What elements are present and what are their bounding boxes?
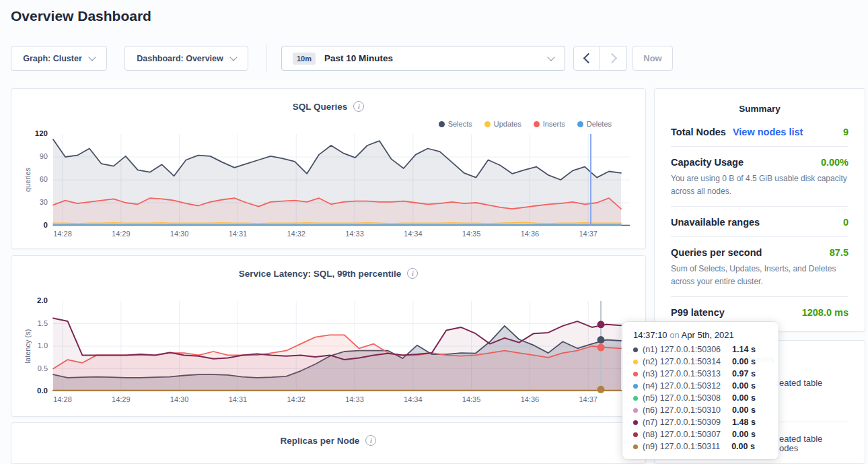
dashboard-dropdown[interactable]: Dashboard: Overview <box>124 46 248 71</box>
tooltip-node-value: 0.00 s <box>732 356 756 368</box>
service-latency-plot[interactable] <box>53 301 630 391</box>
tooltip-node-address: (n3) 127.0.0.1:50313 <box>643 368 721 380</box>
summary-row-header: Capacity Usage0.00% <box>671 157 848 168</box>
summary-label: Unavailable ranges <box>671 217 760 228</box>
x-tick-label: 14:36 <box>515 230 544 238</box>
tooltip-node-address: (n2) 127.0.0.1:50314 <box>643 356 721 368</box>
chevron-down-icon <box>547 53 554 61</box>
tooltip-node-value: 0.00 s <box>732 428 756 440</box>
x-tick-label: 14:32 <box>281 230 311 238</box>
chevron-down-icon <box>88 53 96 61</box>
series-dot-icon <box>633 408 638 413</box>
nodes-list-link[interactable]: View nodes list <box>733 127 803 137</box>
y-tick-label: 90 <box>20 152 48 160</box>
legend-item-deletes[interactable]: Deletes <box>577 120 612 128</box>
info-icon[interactable]: i <box>365 435 376 446</box>
tooltip-node-value: 1.48 s <box>732 416 756 428</box>
tooltip-node-value: 0.97 s <box>732 368 756 380</box>
legend-label: Deletes <box>587 120 612 128</box>
summary-description: Sum of Selects, Updates, Inserts, and De… <box>671 263 848 288</box>
chart-hover-tooltip: 14:37:10 on Apr 5th, 2021 (n1) 127.0.0.1… <box>622 322 779 459</box>
series-dot-icon <box>633 444 638 449</box>
time-window-badge: 10m <box>293 53 316 65</box>
y-tick-label: 1.5 <box>20 319 48 327</box>
tooltip-node-value: 0.00 s <box>732 404 756 416</box>
time-window-selector[interactable]: 10m Past 10 Minutes <box>281 46 565 71</box>
now-button[interactable]: Now <box>632 46 673 71</box>
tooltip-node-address: (n5) 127.0.0.1:50308 <box>643 392 721 404</box>
x-tick-label: 14:35 <box>457 395 486 403</box>
summary-title: Summary <box>655 89 865 114</box>
summary-value: 1208.0 ms <box>802 307 848 318</box>
tooltip-node-address: (n7) 127.0.0.1:50309 <box>643 416 721 428</box>
chart-title-service-latency: Service Latency: SQL, 99th percentile <box>239 269 402 279</box>
tooltip-node-address: (n1) 127.0.0.1:50306 <box>643 343 721 356</box>
legend-dot-icon <box>534 121 540 127</box>
legend-item-selects[interactable]: Selects <box>439 120 472 128</box>
summary-panel: Summary Total NodesView nodes list9Capac… <box>654 88 865 332</box>
tooltip-node-row: (n3) 127.0.0.1:503130.97 s <box>633 368 768 380</box>
tooltip-node-value: 0.00 s <box>732 392 756 404</box>
time-prev-button[interactable] <box>573 46 600 71</box>
x-tick-label: 14:30 <box>165 230 194 238</box>
event-item-text-fragment: eated table <box>779 378 822 388</box>
tooltip-node-value: 0.00 s <box>731 440 755 453</box>
x-tick-label: 14:33 <box>340 395 369 403</box>
x-tick-label: 14:34 <box>398 230 428 238</box>
y-tick-label: 60 <box>20 175 48 183</box>
series-dot-icon <box>633 384 638 389</box>
series-dot-icon <box>633 372 638 376</box>
legend-label: Selects <box>448 120 472 128</box>
x-tick-label: 14:29 <box>106 395 136 403</box>
x-tick-label: 14:30 <box>165 395 194 403</box>
summary-row-header: Queries per second87.5 <box>671 247 848 258</box>
legend-item-inserts[interactable]: Inserts <box>534 120 565 128</box>
y-tick-label: 0 <box>20 221 48 229</box>
summary-row-header: Total NodesView nodes list9 <box>671 127 848 137</box>
x-tick-label: 14:37 <box>573 230 603 238</box>
time-next-button[interactable] <box>600 46 627 71</box>
legend-label: Updates <box>494 120 521 128</box>
info-icon[interactable]: i <box>353 101 364 112</box>
x-tick-label: 14:31 <box>223 395 252 403</box>
summary-label: Total Nodes <box>671 127 726 137</box>
event-item-text-fragment: odes <box>779 443 798 453</box>
info-icon[interactable]: i <box>407 268 418 279</box>
tooltip-node-row: (n2) 127.0.0.1:503140.00 s <box>633 356 768 368</box>
chart-title-replicas-per-node: Replicas per Node <box>281 436 360 446</box>
chevron-down-icon <box>229 53 237 61</box>
tooltip-node-address: (n8) 127.0.0.1:50307 <box>643 428 721 440</box>
legend-item-updates[interactable]: Updates <box>484 120 521 128</box>
series-dot-icon <box>633 347 638 352</box>
summary-description: You are using 0 B of 4.5 GiB usable disk… <box>671 172 848 197</box>
tooltip-node-address: (n4) 127.0.0.1:50312 <box>643 380 721 392</box>
dashboard-dropdown-label: Dashboard: Overview <box>137 54 223 63</box>
summary-value: 0 <box>843 217 848 228</box>
summary-label: P99 latency <box>671 307 725 318</box>
y-tick-label: 30 <box>20 198 48 206</box>
y-tick-label: 2.0 <box>20 296 48 304</box>
sql-queries-plot[interactable] <box>53 134 630 226</box>
tooltip-node-row: (n9) 127.0.0.1:503110.00 s <box>633 440 768 453</box>
x-tick-label: 14:28 <box>48 230 77 238</box>
overview-dashboard-page: Overview Dashboard Graph: Cluster Dashbo… <box>0 0 868 464</box>
graph-dropdown[interactable]: Graph: Cluster <box>11 46 107 71</box>
time-window-label: Past 10 Minutes <box>324 53 393 63</box>
x-tick-label: 14:31 <box>223 230 252 238</box>
chart-title-sql-queries: SQL Queries <box>293 102 348 112</box>
summary-row: Unavailable ranges0 <box>671 207 848 237</box>
tooltip-node-row: (n7) 127.0.0.1:503091.48 s <box>633 416 768 428</box>
replicas-per-node-chart-card: Replicas per Node i <box>11 422 646 464</box>
x-tick-label: 14:28 <box>48 395 77 403</box>
tooltip-node-value: 1.14 s <box>732 343 756 356</box>
legend-label: Inserts <box>543 120 565 128</box>
tooltip-node-row: (n1) 127.0.0.1:503061.14 s <box>633 343 768 356</box>
chevron-right-icon <box>607 53 618 64</box>
service-latency-chart-card: Service Latency: SQL, 99th percentile i … <box>11 255 646 417</box>
toolbar-divider <box>266 44 267 72</box>
summary-value: 87.5 <box>830 247 848 258</box>
tooltip-node-row: (n4) 127.0.0.1:503120.00 s <box>633 380 768 392</box>
tooltip-node-address: (n6) 127.0.0.1:50310 <box>643 404 721 416</box>
chevron-left-icon <box>583 53 593 64</box>
x-tick-label: 14:32 <box>281 395 311 403</box>
